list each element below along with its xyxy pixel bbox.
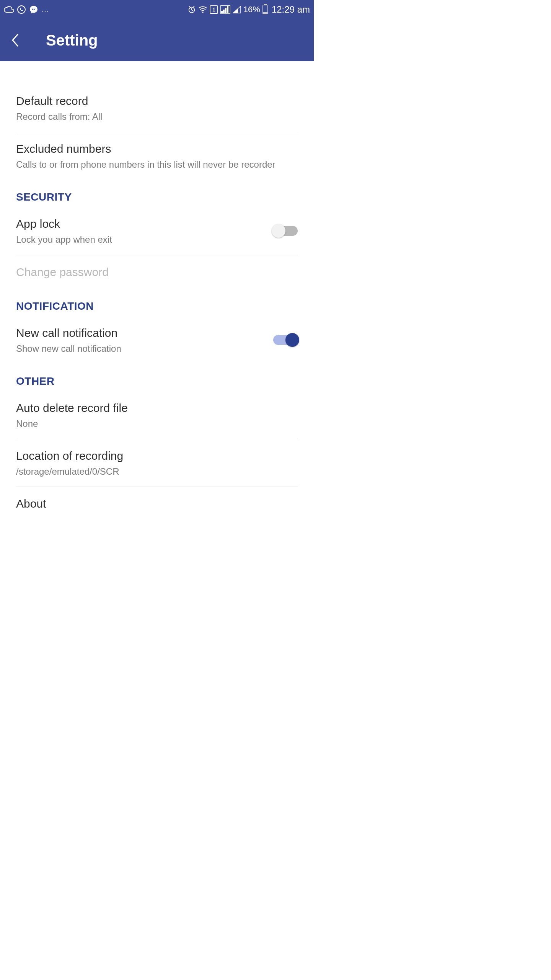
item-title: New call notification xyxy=(16,325,121,340)
settings-list: Default record Record calls from: All Ex… xyxy=(0,61,314,520)
item-location-recording[interactable]: Location of recording /storage/emulated/… xyxy=(16,439,298,487)
item-title: App lock xyxy=(16,216,112,231)
item-subtitle: Calls to or from phone numbers in this l… xyxy=(16,158,298,170)
battery-icon xyxy=(262,5,268,14)
item-title: Location of recording xyxy=(16,448,298,463)
item-subtitle: Show new call notification xyxy=(16,343,121,354)
messenger-icon xyxy=(29,5,38,14)
svg-point-2 xyxy=(202,11,204,13)
item-about[interactable]: About xyxy=(16,487,298,520)
signal1-icon xyxy=(220,5,230,14)
item-title: Default record xyxy=(16,93,298,108)
item-title: Excluded numbers xyxy=(16,141,298,156)
item-auto-delete[interactable]: Auto delete record file None xyxy=(16,391,298,439)
item-subtitle: Lock you app when exit xyxy=(16,234,112,245)
item-subtitle: None xyxy=(16,418,298,430)
more-notifications-icon: … xyxy=(41,5,50,14)
app-lock-toggle[interactable] xyxy=(273,226,298,236)
item-title: Change password xyxy=(16,265,298,279)
signal2-icon xyxy=(233,6,241,13)
section-notification: NOTIFICATION xyxy=(16,289,298,316)
page-title: Setting xyxy=(46,32,98,49)
item-title: About xyxy=(16,496,298,511)
call-icon xyxy=(17,5,26,14)
item-new-call-notification[interactable]: New call notification Show new call noti… xyxy=(16,316,298,364)
item-subtitle: /storage/emulated/0/SCR xyxy=(16,466,298,477)
svg-point-0 xyxy=(18,6,25,13)
app-bar: Setting xyxy=(0,19,314,61)
sim-icon: 1 xyxy=(210,5,218,14)
battery-percent: 16% xyxy=(243,5,260,15)
status-right: 1 16% 12:29 am xyxy=(187,4,310,15)
item-title: Auto delete record file xyxy=(16,400,298,415)
wifi-icon xyxy=(198,6,207,13)
alarm-icon xyxy=(187,5,196,14)
item-default-record[interactable]: Default record Record calls from: All xyxy=(16,84,298,132)
item-excluded-numbers[interactable]: Excluded numbers Calls to or from phone … xyxy=(16,132,298,180)
section-other: OTHER xyxy=(16,364,298,391)
item-subtitle: Record calls from: All xyxy=(16,111,298,122)
new-call-notification-toggle[interactable] xyxy=(273,335,298,345)
section-security: SECURITY xyxy=(16,180,298,207)
item-change-password: Change password xyxy=(16,255,298,289)
item-app-lock[interactable]: App lock Lock you app when exit xyxy=(16,207,298,255)
status-left: … xyxy=(4,5,50,14)
back-button[interactable] xyxy=(8,33,23,48)
status-bar: … 1 16% 12:29 am xyxy=(0,0,314,19)
cloud-icon xyxy=(4,6,14,13)
clock-time: 12:29 am xyxy=(272,4,310,15)
